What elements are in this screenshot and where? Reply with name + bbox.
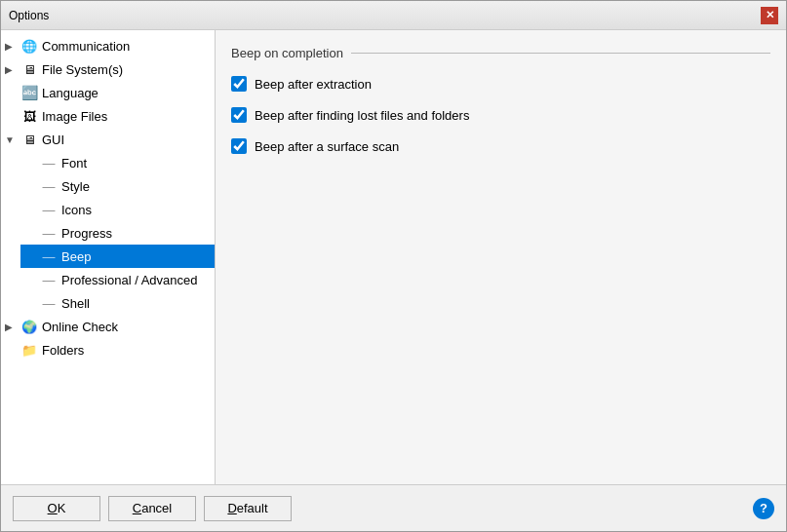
checkbox-item-surfacescan: Beep after a surface scan <box>231 138 770 154</box>
sidebar-item-communication[interactable]: ▶ 🌐 Communication <box>1 34 215 57</box>
beep-lostfiles-label: Beep after finding lost files and folder… <box>255 108 469 123</box>
sidebar-item-label: Icons <box>61 203 92 217</box>
footer: OOKK Cancel Default ? <box>1 484 786 531</box>
sidebar-item-label: Communication <box>42 39 130 54</box>
expander-icon: ▶ <box>5 64 20 75</box>
sidebar-item-beep[interactable]: — Beep <box>20 245 215 268</box>
titlebar: Options ✕ <box>1 1 786 30</box>
sidebar-item-label: Language <box>42 86 98 100</box>
sidebar-item-label: Font <box>61 156 87 171</box>
content-area: ▶ 🌐 Communication ▶ 🖥 File System(s) 🔤 L… <box>1 30 786 484</box>
gui-icon: 🖥 <box>20 131 38 148</box>
close-button[interactable]: ✕ <box>761 7 778 24</box>
shell-icon: — <box>40 294 58 312</box>
filesystem-icon: 🖥 <box>20 60 38 78</box>
onlinecheck-icon: 🌍 <box>20 318 38 335</box>
sidebar-item-icons[interactable]: — Icons <box>20 198 215 221</box>
cancel-button[interactable]: Cancel <box>108 496 196 521</box>
beep-lostfiles-checkbox[interactable] <box>231 107 247 123</box>
sidebar-item-progress[interactable]: — Progress <box>20 221 215 245</box>
sidebar-item-label: Image Files <box>42 109 107 124</box>
progress-icon: — <box>40 224 58 242</box>
sidebar-item-style[interactable]: — Style <box>20 174 215 198</box>
sidebar-item-folders[interactable]: 📁 Folders <box>1 338 215 361</box>
section-title: Beep on completion <box>231 46 770 60</box>
main-panel: Beep on completion Beep after extraction… <box>216 30 786 484</box>
expander-icon: ▶ <box>5 41 20 52</box>
sidebar-item-language[interactable]: 🔤 Language <box>1 81 215 104</box>
ok-button[interactable]: OOKK <box>13 496 100 521</box>
options-window: Options ✕ ▶ 🌐 Communication ▶ 🖥 File Sys… <box>0 0 787 532</box>
beep-surfacescan-checkbox[interactable] <box>231 138 247 154</box>
sidebar-item-font[interactable]: — Font <box>20 151 215 174</box>
sidebar-item-gui[interactable]: ▼ 🖥 GUI <box>1 128 215 151</box>
default-button[interactable]: Default <box>204 496 292 521</box>
beep-extraction-checkbox[interactable] <box>231 76 247 92</box>
sidebar-item-shell[interactable]: — Shell <box>20 291 215 315</box>
sidebar-item-label: File System(s) <box>42 62 123 77</box>
communication-icon: 🌐 <box>20 37 38 55</box>
sidebar-item-filesystem[interactable]: ▶ 🖥 File System(s) <box>1 57 215 81</box>
expander-icon: ▼ <box>5 134 20 145</box>
beep-extraction-label: Beep after extraction <box>255 77 372 92</box>
sidebar-item-label: Shell <box>61 296 90 311</box>
sidebar-item-label: Style <box>61 179 90 194</box>
imagefiles-icon: 🖼 <box>20 107 38 125</box>
font-icon: — <box>40 154 58 171</box>
language-icon: 🔤 <box>20 84 38 101</box>
icons-icon: — <box>40 201 58 218</box>
checkbox-item-extraction: Beep after extraction <box>231 76 770 92</box>
help-button[interactable]: ? <box>753 498 774 519</box>
sidebar-item-label: Professional / Advanced <box>61 273 197 287</box>
sidebar-item-imagefiles[interactable]: 🖼 Image Files <box>1 104 215 128</box>
expander-icon: ▶ <box>5 322 20 332</box>
sidebar-item-professional[interactable]: — Professional / Advanced <box>20 268 215 291</box>
footer-buttons: OOKK Cancel Default <box>13 496 292 521</box>
checkbox-item-lostfiles: Beep after finding lost files and folder… <box>231 107 770 123</box>
sidebar-item-label: GUI <box>42 133 64 147</box>
sidebar: ▶ 🌐 Communication ▶ 🖥 File System(s) 🔤 L… <box>1 30 216 484</box>
style-icon: — <box>40 177 58 195</box>
beep-icon: — <box>40 247 58 265</box>
sidebar-item-label: Folders <box>42 343 84 358</box>
folders-icon: 📁 <box>20 341 38 359</box>
professional-icon: — <box>40 271 58 288</box>
sidebar-item-onlinecheck[interactable]: ▶ 🌍 Online Check <box>1 315 215 338</box>
sidebar-item-label: Progress <box>61 226 112 241</box>
window-title: Options <box>9 9 49 22</box>
sidebar-item-label: Beep <box>61 249 91 264</box>
sidebar-item-label: Online Check <box>42 320 118 334</box>
beep-surfacescan-label: Beep after a surface scan <box>255 139 399 154</box>
